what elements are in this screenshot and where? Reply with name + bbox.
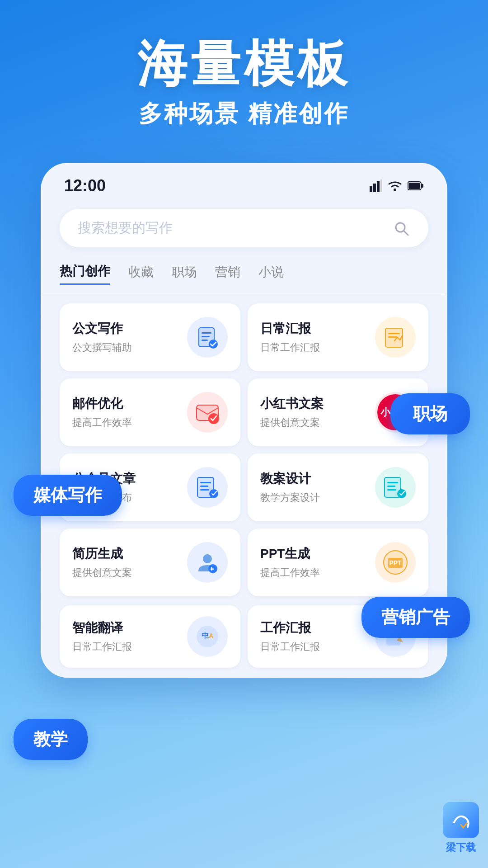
card-translate-title: 智能翻译 xyxy=(72,619,132,637)
card-lesson-text: 教案设计 教学方案设计 xyxy=(260,470,320,505)
card-xiaohongshu-text: 小红书文案 提供创意文案 xyxy=(260,395,324,429)
svg-point-28 xyxy=(209,489,218,498)
svg-rect-0 xyxy=(370,186,372,192)
tab-novel[interactable]: 小说 xyxy=(258,264,284,284)
search-bar[interactable]: 搜索想要的写作 xyxy=(60,209,428,247)
svg-rect-12 xyxy=(202,332,211,334)
card-gongwen-icon xyxy=(187,317,228,358)
svg-line-9 xyxy=(404,231,408,235)
status-time: 12:00 xyxy=(64,176,106,195)
card-translate[interactable]: 智能翻译 日常工作汇报 中 A xyxy=(60,605,240,668)
svg-rect-3 xyxy=(380,179,382,192)
card-work-report-text: 工作汇报 日常工作汇报 xyxy=(260,619,320,654)
card-gongwen-text: 公文写作 公文撰写辅助 xyxy=(72,320,132,354)
card-email-icon xyxy=(187,392,228,433)
hero-subtitle: 多种场景 精准创作 xyxy=(0,98,488,130)
cards-grid: 公文写作 公文撰写辅助 日常汇报 日常工作汇报 xyxy=(42,294,446,605)
floating-label-media: 媒体写作 xyxy=(14,475,122,516)
floating-label-teaching: 教学 xyxy=(14,719,88,760)
card-resume-subtitle: 提供创意文案 xyxy=(72,566,132,580)
card-work-report-subtitle: 日常工作汇报 xyxy=(260,640,320,654)
floating-label-workplace: 职场 xyxy=(390,393,470,434)
card-ppt-subtitle: 提高工作效率 xyxy=(260,566,320,580)
card-email-text: 邮件优化 提高工作效率 xyxy=(72,395,132,429)
tab-marketing[interactable]: 营销 xyxy=(215,264,240,284)
card-lesson[interactable]: 教案设计 教学方案设计 xyxy=(248,453,428,521)
status-bar: 12:00 xyxy=(42,164,446,200)
card-resume[interactable]: 简历生成 提供创意文案 xyxy=(60,528,240,596)
svg-rect-18 xyxy=(388,333,400,334)
floating-label-marketing: 营销广告 xyxy=(361,597,470,638)
card-work-report-title: 工作汇报 xyxy=(260,619,320,637)
svg-rect-14 xyxy=(202,340,208,341)
tab-favorites[interactable]: 收藏 xyxy=(128,264,154,284)
svg-rect-6 xyxy=(408,183,420,189)
card-ppt-icon: PPT xyxy=(375,542,416,583)
tab-trending[interactable]: 热门创作 xyxy=(60,263,110,285)
status-icons xyxy=(370,179,424,192)
svg-rect-27 xyxy=(200,489,209,491)
svg-rect-33 xyxy=(387,489,396,491)
battery-icon xyxy=(408,181,424,191)
card-gongwen-subtitle: 公文撰写辅助 xyxy=(72,341,132,354)
card-resume-title: 简历生成 xyxy=(72,545,132,562)
search-container: 搜索想要的写作 xyxy=(42,200,446,258)
card-email-title: 邮件优化 xyxy=(72,395,132,412)
svg-point-4 xyxy=(394,189,396,191)
card-resume-text: 简历生成 提供创意文案 xyxy=(72,545,132,580)
card-report-text: 日常汇报 日常工作汇报 xyxy=(260,320,320,354)
watermark-text: 梁下载 xyxy=(446,841,476,854)
card-resume-icon xyxy=(187,542,228,583)
svg-rect-7 xyxy=(421,184,423,188)
svg-rect-19 xyxy=(388,336,397,338)
card-ppt[interactable]: PPT生成 提高工作效率 PPT xyxy=(248,528,428,596)
card-ppt-title: PPT生成 xyxy=(260,545,320,562)
card-lesson-subtitle: 教学方案设计 xyxy=(260,491,320,505)
card-report-title: 日常汇报 xyxy=(260,320,320,337)
tab-workplace[interactable]: 职场 xyxy=(172,264,197,284)
card-report[interactable]: 日常汇报 日常工作汇报 xyxy=(248,303,428,371)
card-gongwen-title: 公文写作 xyxy=(72,320,132,337)
svg-rect-31 xyxy=(387,482,398,483)
svg-rect-26 xyxy=(200,486,208,487)
card-translate-subtitle: 日常工作汇报 xyxy=(72,640,132,654)
card-lesson-title: 教案设计 xyxy=(260,470,320,487)
signal-icon xyxy=(370,179,382,192)
search-placeholder-text: 搜索想要的写作 xyxy=(78,219,173,237)
card-report-subtitle: 日常工作汇报 xyxy=(260,341,320,354)
card-translate-icon: 中 A xyxy=(187,616,228,657)
svg-rect-32 xyxy=(387,486,395,487)
card-report-icon xyxy=(375,317,416,358)
card-lesson-icon xyxy=(375,467,416,508)
svg-rect-38 xyxy=(211,569,214,570)
card-ppt-text: PPT生成 提高工作效率 xyxy=(260,545,320,580)
svg-point-34 xyxy=(397,489,406,498)
search-icon[interactable] xyxy=(392,219,410,237)
watermark-icon xyxy=(443,802,479,838)
svg-point-35 xyxy=(203,554,212,563)
card-xiaohongshu-title: 小红书文案 xyxy=(260,395,324,412)
wifi-icon xyxy=(387,179,403,192)
card-email-subtitle: 提高工作效率 xyxy=(72,416,132,429)
svg-text:PPT: PPT xyxy=(389,559,402,566)
hero-section: 海量模板 多种场景 精准创作 xyxy=(0,0,488,130)
hero-title: 海量模板 xyxy=(0,36,488,91)
card-translate-text: 智能翻译 日常工作汇报 xyxy=(72,619,132,654)
svg-rect-13 xyxy=(202,336,210,337)
tab-navigation: 热门创作 收藏 职场 营销 小说 xyxy=(42,258,446,294)
svg-text:A: A xyxy=(209,632,213,639)
card-xiaohongshu-subtitle: 提供创意文案 xyxy=(260,416,324,429)
svg-rect-1 xyxy=(373,184,376,192)
svg-rect-2 xyxy=(377,181,380,192)
card-wechat-icon xyxy=(187,467,228,508)
svg-rect-25 xyxy=(200,482,211,483)
card-email[interactable]: 邮件优化 提高工作效率 xyxy=(60,378,240,446)
card-gongwen[interactable]: 公文写作 公文撰写辅助 xyxy=(60,303,240,371)
watermark: 梁下载 xyxy=(443,802,479,854)
